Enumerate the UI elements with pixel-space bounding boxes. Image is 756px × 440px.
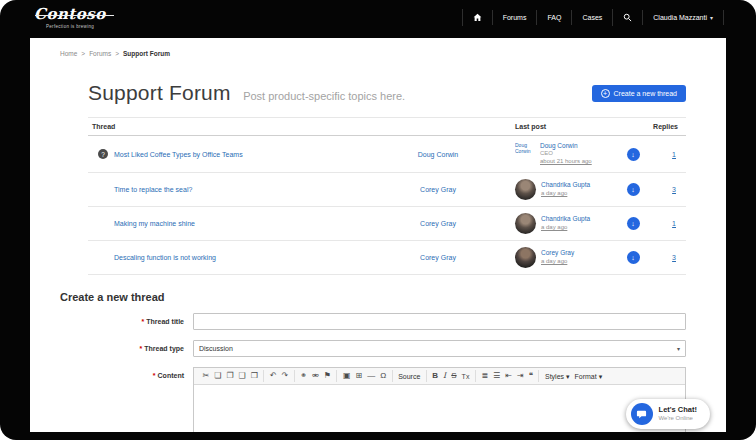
thread-author-link[interactable]: Corey Gray xyxy=(420,186,456,193)
logo-text: Contoso xyxy=(34,7,106,22)
breadcrumb-separator: > xyxy=(115,50,119,57)
table-header: Thread Last post Replies xyxy=(88,117,686,136)
image-icon[interactable]: ▣ xyxy=(340,370,353,382)
last-post-time-link[interactable]: about 21 hours ago xyxy=(540,158,592,166)
jump-to-last-post-icon[interactable]: ↓ xyxy=(627,217,640,230)
chat-widget[interactable]: Let's Chat! We're Online xyxy=(626,399,710,429)
link-icon[interactable]: ⚭ xyxy=(298,370,310,382)
format-dropdown[interactable]: Format ▾ xyxy=(572,371,605,382)
nav-cases[interactable]: Cases xyxy=(571,10,612,25)
anchor-icon[interactable]: ⚑ xyxy=(321,370,333,382)
avatar[interactable] xyxy=(515,213,536,234)
cut-icon[interactable]: ✂ xyxy=(200,370,212,382)
app-frame: Contoso Perfection is brewing Forums FAQ… xyxy=(0,0,756,440)
thread-link[interactable]: Making my machine shine xyxy=(114,220,373,227)
redo-icon[interactable]: ↷ xyxy=(279,370,291,382)
nav-search[interactable] xyxy=(612,9,642,26)
replies-count-link[interactable]: 3 xyxy=(672,186,682,193)
numbered-list-icon[interactable]: ≣ xyxy=(479,370,491,382)
paste-icon[interactable]: ❐ xyxy=(224,370,236,382)
paste-text-icon[interactable]: ❑ xyxy=(236,370,248,382)
replies-count-link[interactable]: 3 xyxy=(672,254,682,261)
last-post-cell: Chandrika Gupta a day ago xyxy=(503,179,618,200)
italic-button[interactable]: I xyxy=(441,370,449,382)
page-subtitle: Post product-specific topics here. xyxy=(243,90,405,102)
suggested-answer-icon: ? xyxy=(98,149,108,159)
thread-row: Time to replace the seal? Corey Gray Cha… xyxy=(88,173,686,207)
last-post-time-link[interactable]: a day ago xyxy=(541,258,574,266)
nav-faq[interactable]: FAQ xyxy=(536,10,571,25)
create-thread-button[interactable]: + Create a new thread xyxy=(592,85,686,102)
remove-format-button[interactable]: Tx xyxy=(459,371,472,382)
thread-title-label: *Thread title xyxy=(60,313,184,325)
strikethrough-button[interactable]: S xyxy=(449,370,459,382)
thread-link[interactable]: Most Liked Coffee Types by Office Teams xyxy=(114,151,373,158)
rich-text-editor: ✂❏❐❑❒↶↷⚭⚮⚑▣⊞―ΩSourceBISTx≣☰⇤⇥❝Styles ▾Fo… xyxy=(193,367,686,432)
forum-main: Support Forum Post product-specific topi… xyxy=(88,81,686,275)
page-title: Support Forum xyxy=(88,81,231,104)
content-editor-body[interactable] xyxy=(194,385,685,432)
jump-to-last-post-icon[interactable]: ↓ xyxy=(627,148,640,161)
avatar[interactable] xyxy=(515,247,536,268)
bulleted-list-icon[interactable]: ☰ xyxy=(491,370,503,382)
thread-row: Descaling function is not working Corey … xyxy=(88,241,686,275)
thread-author-link[interactable]: Corey Gray xyxy=(420,220,456,227)
contoso-logo[interactable]: Contoso Perfection is brewing xyxy=(34,7,106,29)
user-name: Claudia Mazzanti xyxy=(653,14,707,21)
chat-status: We're Online xyxy=(659,415,697,423)
breadcrumb: Home > Forums > Support Forum xyxy=(60,38,696,57)
last-post-author-link[interactable]: Chandrika Gupta xyxy=(541,181,590,189)
search-icon xyxy=(623,13,632,22)
nav-forums[interactable]: Forums xyxy=(492,10,537,25)
nav-home[interactable] xyxy=(462,9,492,26)
breadcrumb-home[interactable]: Home xyxy=(60,50,77,57)
replies-count-link[interactable]: 1 xyxy=(672,151,682,158)
content-label: *Content xyxy=(60,367,184,379)
top-navigation-bar: Contoso Perfection is brewing Forums FAQ… xyxy=(30,0,726,38)
last-post-author-link[interactable]: Corey Gray xyxy=(541,249,574,257)
special-char-icon[interactable]: Ω xyxy=(378,370,389,382)
thread-type-label: *Thread type xyxy=(60,340,184,352)
column-thread: Thread xyxy=(92,123,373,130)
breadcrumb-current: Support Forum xyxy=(123,50,170,57)
blockquote-icon[interactable]: ❝ xyxy=(526,370,535,382)
top-nav-menu: Forums FAQ Cases Claudia Mazzanti ▾ xyxy=(462,9,724,26)
last-post-author-link[interactable]: Doug Corwin xyxy=(540,142,592,150)
editor-toolbar: ✂❏❐❑❒↶↷⚭⚮⚑▣⊞―ΩSourceBISTx≣☰⇤⇥❝Styles ▾Fo… xyxy=(194,368,685,385)
caret-down-icon: ▾ xyxy=(710,15,713,21)
thread-author-link[interactable]: Corey Gray xyxy=(420,254,456,261)
avatar-broken-image[interactable]: Doug Corwin xyxy=(515,143,535,165)
indent-icon[interactable]: ⇥ xyxy=(514,370,526,382)
last-post-cell: Doug Corwin Doug Corwin CEO about 21 hou… xyxy=(503,142,618,166)
home-icon xyxy=(473,13,482,22)
thread-author-link[interactable]: Doug Corwin xyxy=(418,151,458,158)
table-icon[interactable]: ⊞ xyxy=(353,370,365,382)
jump-to-last-post-icon[interactable]: ↓ xyxy=(627,251,640,264)
undo-icon[interactable]: ↶ xyxy=(267,370,279,382)
outdent-icon[interactable]: ⇤ xyxy=(503,370,515,382)
thread-title-input[interactable] xyxy=(193,313,686,330)
column-last-post: Last post xyxy=(503,123,618,130)
create-thread-section: Create a new thread *Thread title *Threa… xyxy=(60,291,686,432)
avatar[interactable] xyxy=(515,179,536,200)
page-content: Home > Forums > Support Forum Support Fo… xyxy=(30,38,726,432)
paste-word-icon[interactable]: ❒ xyxy=(248,370,260,382)
thread-row: Making my machine shine Corey Gray Chand… xyxy=(88,207,686,241)
bold-button[interactable]: B xyxy=(430,370,441,382)
styles-dropdown[interactable]: Styles ▾ xyxy=(542,371,572,382)
replies-count-link[interactable]: 1 xyxy=(672,220,682,227)
last-post-time-link[interactable]: a day ago xyxy=(541,224,590,232)
horizontal-rule-icon[interactable]: ― xyxy=(365,370,378,382)
unlink-icon[interactable]: ⚮ xyxy=(310,370,322,382)
last-post-author-link[interactable]: Chandrika Gupta xyxy=(541,215,590,223)
source-button[interactable]: Source xyxy=(396,371,423,382)
user-menu[interactable]: Claudia Mazzanti ▾ xyxy=(642,10,724,25)
column-replies: Replies xyxy=(648,123,682,130)
copy-icon[interactable]: ❏ xyxy=(212,370,224,382)
thread-link[interactable]: Descaling function is not working xyxy=(114,254,373,261)
thread-type-select[interactable]: Discussion ▾ xyxy=(193,340,686,357)
breadcrumb-forums[interactable]: Forums xyxy=(89,50,111,57)
last-post-time-link[interactable]: a day ago xyxy=(541,190,590,198)
jump-to-last-post-icon[interactable]: ↓ xyxy=(627,183,640,196)
thread-link[interactable]: Time to replace the seal? xyxy=(114,186,373,193)
